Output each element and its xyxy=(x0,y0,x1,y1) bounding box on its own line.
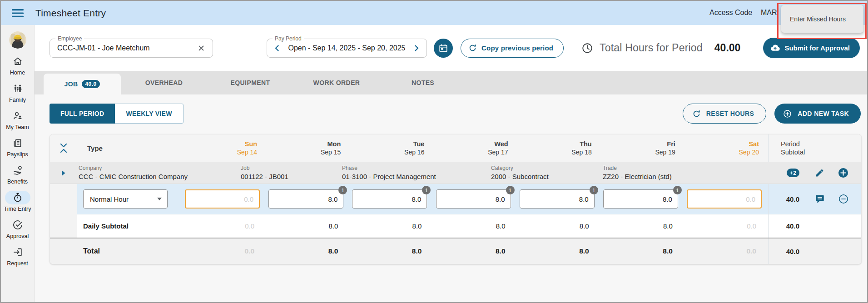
tab-equipment-label: EQUIPMENT xyxy=(231,79,270,86)
family-icon xyxy=(5,82,30,95)
sidebar-item-benefits[interactable]: Benefits xyxy=(1,164,35,185)
hour-type-select[interactable]: Normal Hour xyxy=(83,189,168,209)
enter-missed-hours-menu-item[interactable]: Enter Missed Hours xyxy=(781,5,863,33)
calendar-icon xyxy=(438,43,448,53)
daily-subtotal-thu: 8.0 xyxy=(580,222,595,230)
daily-subtotal-period: 40.0 xyxy=(786,222,799,230)
expand-task-arrow-icon[interactable] xyxy=(61,170,66,176)
menu-icon[interactable] xyxy=(12,9,24,18)
daily-subtotal-label: Daily Subtotal xyxy=(77,222,129,230)
home-icon xyxy=(5,55,30,68)
tab-notes[interactable]: NOTES xyxy=(380,71,466,94)
worker-avatar-image xyxy=(9,31,26,49)
sidebar-item-label: Home xyxy=(10,70,25,76)
hours-input-mon[interactable] xyxy=(268,189,343,209)
sidebar: Home Family My Team xyxy=(1,25,35,302)
comment-icon[interactable] xyxy=(815,194,825,204)
request-icon xyxy=(5,245,30,259)
employee-input[interactable] xyxy=(57,44,195,52)
submit-for-approval-button[interactable]: Submit for Approval xyxy=(763,38,860,58)
hour-entry-row: Normal Hour 1 1 xyxy=(50,184,861,214)
collapse-all-button[interactable] xyxy=(60,143,67,153)
daily-subtotal-sat: 0.0 xyxy=(747,222,762,230)
sidebar-item-approval[interactable]: Approval xyxy=(1,218,35,239)
avatar[interactable] xyxy=(9,31,26,49)
sidebar-item-label: Request xyxy=(7,260,28,267)
sidebar-item-my-team[interactable]: My Team xyxy=(1,109,35,130)
more-fields-badge[interactable]: +2 xyxy=(787,169,799,177)
weekly-view-label: WEEKLY VIEW xyxy=(126,110,172,117)
tab-overhead[interactable]: OVERHEAD xyxy=(121,71,207,94)
cloud-upload-icon xyxy=(770,43,780,53)
clock-icon xyxy=(581,42,593,54)
reset-hours-label: RESET HOURS xyxy=(706,110,754,117)
sidebar-item-label: My Team xyxy=(6,124,29,130)
app-bar: Timesheet Entry Access Code MAR xyxy=(1,1,867,25)
tab-work-order[interactable]: WORK ORDER xyxy=(293,71,380,94)
add-new-task-button[interactable]: ADD NEW TASK xyxy=(774,104,861,124)
employee-field-label: Employee xyxy=(55,35,84,42)
pay-period-field-label: Pay Period xyxy=(273,35,304,42)
hours-input-sun[interactable] xyxy=(185,189,260,209)
entry-count-badge: 1 xyxy=(422,186,431,194)
type-column-header: Type xyxy=(77,144,103,152)
weekly-view-toggle[interactable]: WEEKLY VIEW xyxy=(115,104,183,124)
total-sun: 0.0 xyxy=(245,247,260,255)
total-mon: 8.0 xyxy=(328,247,344,255)
timesheet-entry-window: Timesheet Entry Access Code MAR Enter Mi… xyxy=(0,0,868,303)
dropdown-caret-icon xyxy=(157,198,162,200)
sidebar-item-family[interactable]: Family xyxy=(1,82,35,103)
company-field: Company CCC - CMiC Construction Company xyxy=(79,165,188,180)
total-thu: 8.0 xyxy=(579,247,595,255)
category-field: Category 2000 - Subcontract xyxy=(491,165,549,180)
edit-task-icon[interactable] xyxy=(815,168,824,178)
table-header-row: Type SunSep 14 MonSep 15 TueSep 16 WedSe… xyxy=(50,134,861,162)
tab-work-order-label: WORK ORDER xyxy=(313,79,360,86)
task-detail-fields: Company CCC - CMiC Construction Company … xyxy=(77,162,768,184)
day-header-mon: MonSep 15 xyxy=(321,140,343,156)
remove-row-icon[interactable] xyxy=(838,194,848,204)
add-hour-row-icon[interactable] xyxy=(838,168,848,178)
hours-input-thu[interactable] xyxy=(520,189,595,209)
hours-input-fri[interactable] xyxy=(603,189,678,209)
sidebar-item-label: Approval xyxy=(6,233,29,239)
chevron-right-icon xyxy=(413,45,420,52)
employee-field[interactable]: Employee xyxy=(50,39,213,58)
reset-hours-button[interactable]: RESET HOURS xyxy=(683,104,767,124)
sidebar-item-label: Family xyxy=(9,97,26,103)
tab-equipment[interactable]: EQUIPMENT xyxy=(207,71,293,94)
calendar-button[interactable] xyxy=(434,39,453,58)
tab-bar: JOB 40.0 OVERHEAD EQUIPMENT WORK ORDER N… xyxy=(35,71,867,94)
access-code-label: Access Code xyxy=(709,9,752,17)
full-period-label: FULL PERIOD xyxy=(60,110,104,117)
clear-employee-button[interactable] xyxy=(195,42,207,54)
pay-period-field[interactable]: Pay Period Open - Sep 14, 2025 - Sep 20,… xyxy=(267,39,427,58)
sidebar-item-request[interactable]: Request xyxy=(1,245,35,267)
chevron-down-icon xyxy=(60,143,67,148)
sidebar-item-home[interactable]: Home xyxy=(1,55,35,76)
tab-notes-label: NOTES xyxy=(412,79,434,86)
entry-count-badge: 1 xyxy=(673,186,682,194)
hours-input-tue[interactable] xyxy=(352,189,427,209)
enter-missed-hours-label: Enter Missed Hours xyxy=(790,15,846,23)
tab-job[interactable]: JOB 40.0 xyxy=(44,74,121,94)
full-period-toggle[interactable]: FULL PERIOD xyxy=(50,104,115,124)
entry-count-badge: 1 xyxy=(590,186,598,194)
tab-job-label: JOB xyxy=(64,80,78,88)
previous-period-button[interactable] xyxy=(272,43,283,54)
sidebar-item-label: Time Entry xyxy=(4,206,31,212)
copy-previous-period-button[interactable]: Copy previous period xyxy=(461,39,564,58)
next-period-button[interactable] xyxy=(411,43,422,54)
job-field: Job 001122 - JB001 xyxy=(241,165,288,180)
total-sat: 0.0 xyxy=(746,247,762,255)
sidebar-item-time-entry[interactable]: Time Entry xyxy=(1,191,35,212)
job-hours-badge: 40.0 xyxy=(82,80,100,88)
day-header-fri: FriSep 19 xyxy=(655,140,678,156)
total-hours-label: Total Hours for Period xyxy=(600,42,703,54)
hours-input-wed[interactable] xyxy=(436,189,511,209)
plus-circle-icon xyxy=(783,109,792,119)
sidebar-item-payslips[interactable]: Payslips xyxy=(1,136,35,158)
hours-input-sat[interactable] xyxy=(687,189,762,209)
day-header-thu: ThuSep 18 xyxy=(571,140,594,156)
access-code-value: MAR xyxy=(761,9,777,17)
